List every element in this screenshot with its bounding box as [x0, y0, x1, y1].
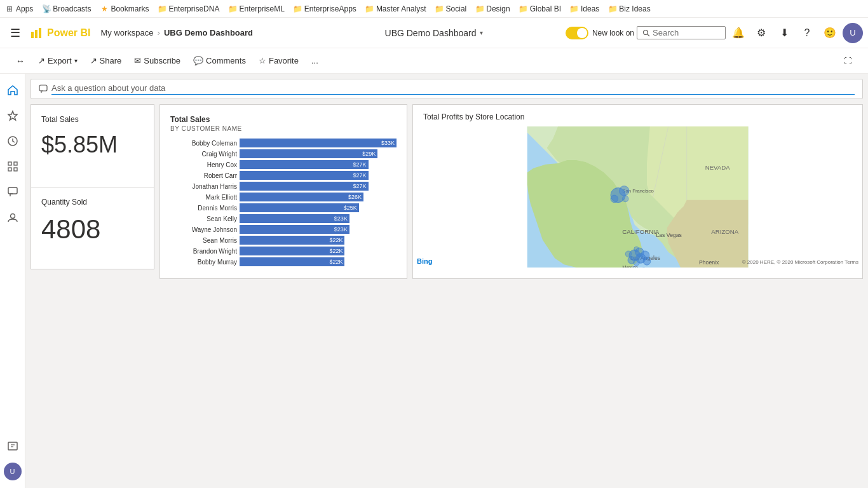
bm-label-6: Master Analyst: [376, 4, 426, 13]
bar-fill: $22K: [240, 236, 344, 245]
toolbar-expand-icon[interactable]: ↔: [10, 51, 31, 71]
bar-fill: $26K: [240, 193, 363, 201]
bookmarks-globalbi[interactable]: 📁 Global BI: [519, 4, 561, 13]
star-nav-icon: [7, 110, 18, 121]
map-area[interactable]: NEVADA CALIFORNIA ARIZONA Las Vegas San …: [413, 126, 862, 268]
comments-button[interactable]: 💬 Comments: [188, 53, 251, 68]
bar-chart-title: Total Sales: [170, 115, 397, 124]
bar-value: $27K: [353, 172, 367, 179]
qa-input[interactable]: Ask a question about your data: [51, 83, 855, 95]
svg-rect-0: [31, 32, 34, 38]
bookmarks-social[interactable]: 📁 Social: [435, 4, 467, 13]
favorite-button[interactable]: ☆ Favorite: [254, 53, 304, 68]
hamburger-menu-icon[interactable]: ☰: [5, 23, 25, 43]
bm-label-4: EnterpriseML: [239, 4, 284, 13]
help-icon[interactable]: ?: [797, 23, 817, 43]
folder-icon-7: 📁: [519, 4, 528, 13]
bar-value: $29K: [362, 151, 376, 157]
new-look-toggle[interactable]: New look on: [566, 27, 634, 39]
bar-fill: $23K: [240, 225, 349, 234]
learn-icon: [7, 440, 18, 452]
bookmarks-bookmarks[interactable]: ★ Bookmarks: [100, 4, 149, 13]
notification-icon[interactable]: 🔔: [728, 23, 749, 43]
bar-row: Wayne Johnson $23K: [170, 225, 397, 234]
bookmarks-design[interactable]: 📁 Design: [475, 4, 510, 13]
settings-icon[interactable]: ⚙: [751, 23, 771, 43]
export-button[interactable]: ↗ Export ▾: [33, 53, 83, 68]
svg-text:NEVADA: NEVADA: [705, 164, 730, 171]
bar-value: $27K: [353, 161, 367, 168]
bar-label: Jonathan Harris: [170, 183, 237, 190]
download-icon[interactable]: ⬇: [774, 23, 794, 43]
subscribe-button[interactable]: ✉ Subscribe: [129, 53, 186, 68]
fullscreen-icon[interactable]: ⛶: [837, 51, 858, 71]
map-title: Total Profits by Store Location: [413, 105, 862, 126]
breadcrumb-separator: ›: [158, 28, 160, 37]
bookmarks-masteranalyst[interactable]: 📁 Master Analyst: [365, 4, 426, 13]
bar-label: Brandon Wright: [170, 248, 237, 255]
total-sales-title: Total Sales: [41, 115, 144, 124]
search-input[interactable]: [653, 28, 716, 37]
toggle-switch[interactable]: [566, 27, 588, 39]
sidebar-item-apps[interactable]: [1, 155, 24, 178]
sidebar-item-workspace[interactable]: [1, 206, 24, 229]
sidebar-item-chat[interactable]: [1, 180, 24, 203]
svg-point-12: [10, 214, 15, 219]
svg-rect-7: [8, 162, 11, 165]
chat-icon: [7, 186, 18, 198]
bm-label-8: Design: [486, 4, 510, 13]
bookmarks-ideas[interactable]: 📁 Ideas: [570, 4, 599, 13]
bar-chart-rows: Bobby Coleman $33K Craig Wright $29K Hen…: [170, 139, 397, 266]
bar-row: Henry Cox $27K: [170, 160, 397, 169]
folder-icon-5: 📁: [435, 4, 444, 13]
bookmarks-bookmarks-label: Bookmarks: [111, 4, 149, 13]
avatar[interactable]: U: [843, 23, 863, 43]
sidebar: U: [0, 74, 25, 488]
emoji-icon[interactable]: 🙂: [820, 23, 840, 43]
bm-label-7: Social: [446, 4, 467, 13]
bookmarks-broadcasts[interactable]: 📡 Broadcasts: [42, 4, 91, 13]
dropdown-chevron-icon[interactable]: ▾: [480, 29, 483, 36]
bar-label: Henry Cox: [170, 161, 237, 168]
workspace-icon: [7, 212, 18, 223]
bookmarks-bar: ⊞ Apps 📡 Broadcasts ★ Bookmarks 📁 Enterp…: [0, 0, 868, 18]
bar-row: Bobby Murray $22K: [170, 257, 397, 266]
bar-value: $23K: [334, 215, 348, 222]
bar-container: $26K: [240, 193, 397, 201]
sidebar-item-home[interactable]: [1, 79, 24, 102]
bar-fill: $25K: [240, 203, 359, 212]
svg-marker-5: [8, 111, 17, 120]
kpi-section: Total Sales $5.85M Quantity Sold 4808: [31, 104, 154, 279]
bookmarks-bizideas[interactable]: 📁 Biz Ideas: [608, 4, 650, 13]
bar-container: $33K: [240, 139, 397, 147]
search-box[interactable]: [637, 26, 726, 39]
workspace-link[interactable]: My workspace: [100, 28, 153, 37]
bar-fill: $27K: [240, 160, 369, 169]
powerbi-logo-icon: [31, 27, 43, 39]
subscribe-icon: ✉: [134, 56, 141, 65]
bm-label-3: EnterpriseDNA: [168, 4, 219, 13]
share-button[interactable]: ↗ Share: [85, 53, 127, 68]
bookmarks-apps[interactable]: ⊞ Apps: [5, 4, 33, 13]
sidebar-item-favorites[interactable]: [1, 104, 24, 127]
sidebar-item-profile[interactable]: U: [1, 460, 24, 483]
svg-rect-11: [8, 187, 17, 194]
bookmarks-enterprisedna[interactable]: 📁 EnterpriseDNA: [158, 4, 219, 13]
qa-bar[interactable]: Ask a question about your data: [31, 79, 863, 99]
bookmarks-enterpriseapps[interactable]: 📁 EnterpriseApps: [294, 4, 356, 13]
folder-icon-3: 📁: [294, 4, 302, 13]
bookmarks-broadcasts-label: Broadcasts: [53, 4, 91, 13]
new-look-label: New look on: [592, 29, 634, 37]
bookmarks-enterpriseml[interactable]: 📁 EnterpriseML: [228, 4, 284, 13]
sidebar-item-recent[interactable]: [1, 130, 24, 152]
bar-fill: $27K: [240, 182, 369, 191]
svg-point-36: [611, 195, 618, 203]
bar-row: Sean Morris $22K: [170, 236, 397, 245]
app-logo[interactable]: Power BI: [31, 27, 90, 39]
bar-label: Robert Carr: [170, 172, 237, 179]
more-button[interactable]: ...: [306, 53, 323, 68]
bar-fill: $22K: [240, 257, 344, 266]
bar-label: Craig Wright: [170, 151, 237, 158]
sidebar-item-learn[interactable]: [1, 435, 24, 458]
broadcast-icon: 📡: [42, 4, 51, 13]
